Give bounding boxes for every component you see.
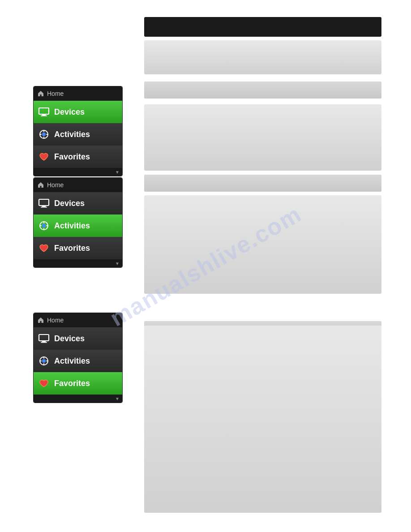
sidebar-menu-1: Home Devices Activities Favorites ▼ <box>33 86 123 176</box>
scroll-arrow-1: ▼ <box>115 170 120 175</box>
home-label-1: Home <box>47 90 64 97</box>
home-label-2: Home <box>47 181 64 189</box>
home-icon-2 <box>37 181 44 189</box>
svg-rect-2 <box>41 116 47 116</box>
content-block-4 <box>144 326 381 513</box>
scroll-indicator-3[interactable]: ▼ <box>34 395 122 403</box>
sidebar-menu-2: Home Devices Activities Favorites ▼ <box>33 177 123 268</box>
top-bar <box>144 17 381 37</box>
devices-icon-1 <box>38 106 50 118</box>
menu-item-favorites-1[interactable]: Favorites <box>34 146 122 168</box>
menu-item-devices-3[interactable]: Devices <box>34 327 122 350</box>
separator-bar-1 <box>144 82 381 99</box>
svg-rect-7 <box>41 207 47 208</box>
favorites-icon-1 <box>38 151 50 163</box>
svg-rect-0 <box>39 108 49 114</box>
favorites-label-3: Favorites <box>54 379 90 388</box>
menu-item-devices-2[interactable]: Devices <box>34 192 122 215</box>
menu-item-devices-1[interactable]: Devices <box>34 101 122 123</box>
favorites-icon-2 <box>38 242 50 254</box>
svg-point-9 <box>42 224 46 227</box>
home-bar-3[interactable]: Home <box>34 313 122 327</box>
devices-icon-2 <box>38 197 50 209</box>
menu-item-favorites-2[interactable]: Favorites <box>34 237 122 259</box>
activities-label-1: Activities <box>54 130 90 139</box>
content-block-2 <box>144 104 381 171</box>
separator-bar-2 <box>144 175 381 192</box>
scroll-indicator-2[interactable]: ▼ <box>34 259 122 267</box>
home-bar-2[interactable]: Home <box>34 178 122 192</box>
content-block-3 <box>144 195 381 294</box>
svg-point-14 <box>42 359 46 363</box>
scroll-arrow-2: ▼ <box>115 261 120 266</box>
favorites-label-2: Favorites <box>54 244 90 253</box>
sidebar-menu-3: Home Devices Activities Favorites ▼ <box>33 313 123 403</box>
svg-rect-10 <box>39 335 49 341</box>
home-icon-1 <box>37 90 44 97</box>
home-bar-1[interactable]: Home <box>34 86 122 101</box>
devices-label-3: Devices <box>54 334 85 343</box>
svg-rect-12 <box>41 342 47 343</box>
activities-icon-1 <box>38 129 50 140</box>
svg-rect-5 <box>39 199 49 206</box>
content-block-1 <box>144 40 381 74</box>
activities-label-2: Activities <box>54 221 90 231</box>
scroll-arrow-3: ▼ <box>115 396 120 401</box>
favorites-icon-3 <box>38 378 50 389</box>
menu-item-favorites-3[interactable]: Favorites <box>34 372 122 395</box>
activities-icon-2 <box>38 220 50 232</box>
home-icon-3 <box>37 317 44 324</box>
svg-point-4 <box>42 133 46 136</box>
activities-icon-3 <box>38 355 50 367</box>
scroll-indicator-1[interactable]: ▼ <box>34 168 122 176</box>
devices-label-2: Devices <box>54 199 85 208</box>
devices-label-1: Devices <box>54 107 85 117</box>
devices-icon-3 <box>38 333 50 344</box>
favorites-label-1: Favorites <box>54 152 90 162</box>
menu-item-activities-3[interactable]: Activities <box>34 350 122 372</box>
menu-item-activities-1[interactable]: Activities <box>34 123 122 146</box>
activities-label-3: Activities <box>54 356 90 366</box>
home-label-3: Home <box>47 317 64 324</box>
menu-item-activities-2[interactable]: Activities <box>34 215 122 237</box>
